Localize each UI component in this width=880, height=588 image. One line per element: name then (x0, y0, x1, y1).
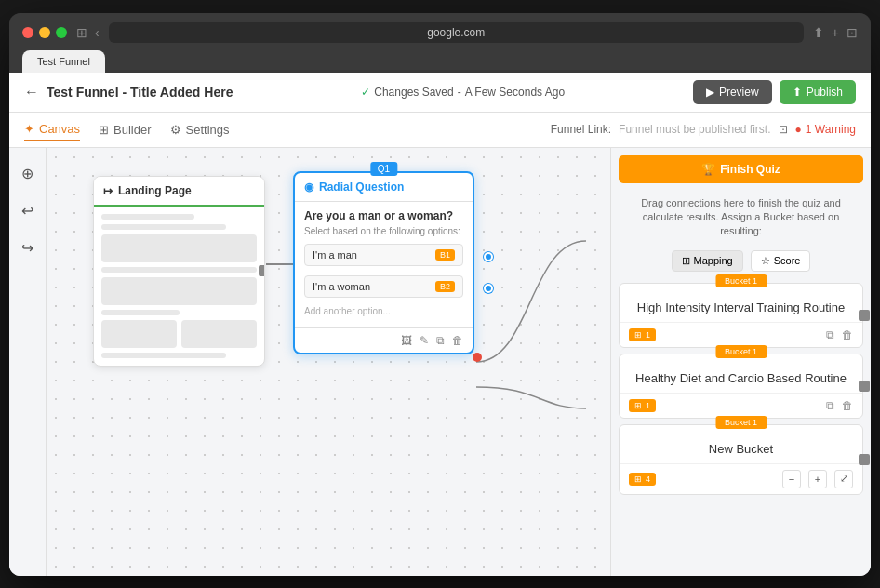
image-icon[interactable]: 🖼 (401, 334, 412, 347)
back-icon[interactable]: ‹ (95, 25, 100, 40)
skeleton-line-2 (101, 224, 226, 230)
question-footer: 🖼 ✎ ⧉ 🗑 (295, 327, 473, 353)
radio-icon: ◉ (304, 180, 313, 194)
minus-button[interactable]: − (782, 470, 801, 488)
option-2-badge: B2 (435, 281, 455, 292)
option-2-connector (484, 284, 493, 293)
tab-builder[interactable]: ⊞ Builder (99, 119, 151, 140)
redo-icon: ↪ (21, 239, 33, 257)
new-tab-icon[interactable]: + (832, 25, 839, 40)
copy-link-icon[interactable]: ⊡ (779, 123, 788, 136)
question-label: Q1 (370, 162, 397, 176)
mapping-icon: ⊞ (682, 255, 690, 267)
bucket-2-delete-icon[interactable]: 🗑 (842, 399, 853, 412)
bucket-1-label: Bucket 1 (715, 274, 767, 287)
undo-button[interactable]: ↩ (15, 198, 41, 224)
settings-icon: ⚙ (170, 123, 181, 137)
sidebar-icon[interactable]: ⊞ (76, 25, 87, 40)
delete-icon[interactable]: 🗑 (452, 334, 463, 347)
sub-header: ✦ Canvas ⊞ Builder ⚙ Settings Funnel Lin… (9, 113, 871, 148)
tab-score[interactable]: ☆ Score (751, 250, 811, 272)
add-option-placeholder[interactable]: Add another option... (304, 302, 463, 320)
funnel-link-label: Funnel Link: (551, 123, 611, 136)
header-left: ← Test Funnel - Title Added Here (24, 84, 233, 100)
warning-dot: ● (795, 123, 802, 136)
bucket-1-connector (859, 310, 870, 321)
redo-button[interactable]: ↪ (15, 235, 41, 261)
trophy-icon: 🏆 (701, 163, 715, 176)
option-row-1: I'm a man B1 (304, 244, 463, 266)
saved-badge: ✓ Changes Saved - A Few Seconds Ago (361, 86, 565, 99)
bucket-1-delete-icon[interactable]: 🗑 (842, 328, 853, 341)
fullscreen-button[interactable] (56, 27, 67, 38)
skeleton-line-5 (101, 353, 226, 358)
edit-icon[interactable]: ✎ (420, 334, 429, 347)
add-node-button[interactable]: ⊕ (15, 161, 41, 187)
browser-nav-icons: ⊞ ‹ (76, 25, 100, 40)
skeleton-block-3 (101, 320, 177, 348)
tab-settings[interactable]: ⚙ Settings (170, 119, 230, 140)
canvas-label: Canvas (39, 122, 80, 136)
warning-text: 1 Warning (806, 123, 856, 136)
right-panel: 🏆 Finish Quiz Drag connections here to f… (610, 148, 871, 576)
publish-button[interactable]: ⬆ Publish (780, 80, 856, 104)
publish-label: Publish (807, 86, 843, 99)
settings-label: Settings (186, 123, 230, 137)
address-bar[interactable]: google.com (109, 22, 804, 43)
bucket-1-count-icon: ⊞ (634, 330, 642, 340)
bucket-1-copy-icon[interactable]: ⧉ (826, 328, 834, 341)
landing-page-node[interactable]: ↦ Landing Page (93, 176, 265, 367)
saved-text: Changes Saved (374, 86, 453, 99)
copy-icon[interactable]: ⧉ (436, 334, 445, 347)
bucket-1-count: ⊞ 1 (629, 328, 656, 341)
bucket-2-connector (859, 381, 870, 392)
url-text: google.com (427, 26, 485, 39)
expand-button[interactable]: ⤢ (834, 470, 853, 488)
bucket-card-1: Bucket 1 High Intensity Interval Trainin… (619, 283, 863, 348)
preview-button[interactable]: ▶ Preview (693, 80, 772, 104)
skeleton-line-3 (101, 267, 257, 273)
bucket-3-count: ⊞ 4 (629, 473, 656, 486)
active-tab[interactable]: Test Funnel (22, 50, 105, 73)
minimize-button[interactable] (39, 27, 50, 38)
bucket-1-count-value: 1 (646, 330, 650, 340)
browser-chrome: ⊞ ‹ google.com ⬆ + ⊡ Test Funnel (9, 13, 871, 73)
tab-canvas[interactable]: ✦ Canvas (24, 118, 80, 141)
bucket-2-count: ⊞ 1 (629, 399, 656, 412)
back-arrow-icon[interactable]: ← (24, 84, 39, 100)
red-connector-dot (473, 353, 482, 362)
left-toolbar: ⊕ ↩ ↪ (9, 148, 47, 576)
funnel-title: Test Funnel - Title Added Here (47, 85, 233, 100)
close-button[interactable] (22, 27, 33, 38)
funnel-link-placeholder: Funnel must be published first. (619, 123, 770, 136)
finish-quiz-title: Finish Quiz (720, 163, 780, 176)
funnel-link-area: Funnel Link: Funnel must be published fi… (551, 123, 856, 136)
question-node[interactable]: Q1 ◉ Radial Question Are you a man or a … (293, 171, 474, 354)
tab-title: Test Funnel (37, 56, 90, 67)
canvas-icon: ✦ (24, 122, 34, 136)
publish-icon: ⬆ (793, 86, 802, 99)
bucket-3-count-icon: ⊞ (634, 474, 642, 484)
score-icon: ☆ (761, 255, 770, 267)
bucket-3-count-value: 4 (646, 474, 650, 484)
plus-button[interactable]: + (808, 470, 827, 488)
skeleton-line-4 (101, 310, 180, 315)
browser-right-icons: ⬆ + ⊡ (813, 25, 858, 40)
landing-page-header: ↦ Landing Page (94, 177, 264, 207)
add-icon: ⊕ (21, 165, 33, 182)
bucket-1-footer: ⊞ 1 ⧉ 🗑 (620, 322, 862, 347)
flow-canvas[interactable]: ↦ Landing Page (47, 148, 610, 576)
header-center: ✓ Changes Saved - A Few Seconds Ago (361, 86, 565, 99)
saved-time: - (458, 86, 461, 99)
more-icon[interactable]: ⊡ (847, 25, 858, 40)
question-type: Radial Question (319, 180, 404, 194)
tab-mapping[interactable]: ⊞ Mapping (672, 250, 743, 272)
share-icon[interactable]: ⬆ (813, 25, 824, 40)
option-1-text: I'm a man (313, 249, 357, 261)
canvas-area: ⊕ ↩ ↪ (9, 148, 871, 576)
nav-tabs: ✦ Canvas ⊞ Builder ⚙ Settings (24, 118, 230, 141)
bucket-2-copy-icon[interactable]: ⧉ (826, 399, 834, 412)
landing-title: Landing Page (118, 184, 192, 197)
bucket-3-label: Bucket 1 (715, 416, 767, 429)
question-subtitle: Select based on the following options: (304, 226, 463, 236)
